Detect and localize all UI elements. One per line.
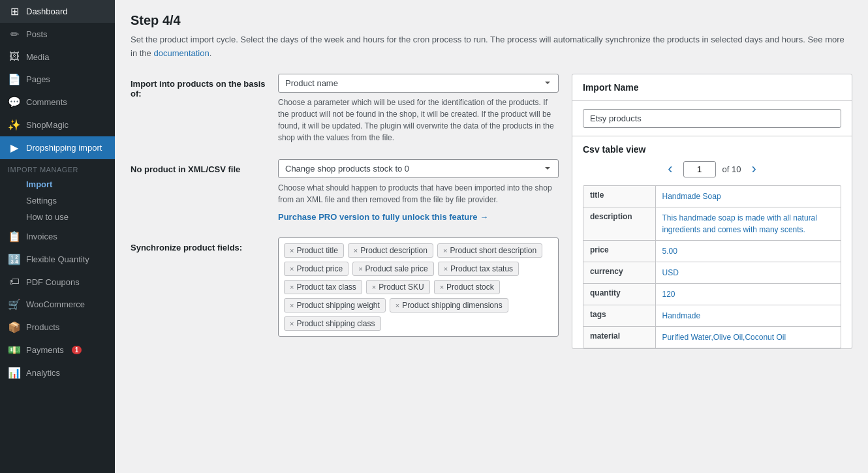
row-value: 5.00 (655, 240, 841, 262)
table-row: price5.00 (583, 240, 841, 262)
table-row: materialPurified Water,Olive Oil,Coconut… (583, 326, 841, 348)
table-row: quantity120 (583, 283, 841, 305)
tag-item: ×Product title (284, 243, 344, 258)
next-page-button[interactable]: › (747, 162, 760, 176)
import-name-section (572, 101, 852, 136)
purchase-link[interactable]: Purchase PRO version to fully unlock thi… (278, 212, 559, 222)
tag-remove[interactable]: × (440, 283, 444, 291)
table-row: descriptionThis handmade soap is made wi… (583, 207, 841, 240)
analytics-icon: 📊 (8, 367, 21, 379)
sidebar-item-dashboard[interactable]: ⊞ Dashboard (0, 0, 115, 23)
basis-label: Import into products on the basis of: (131, 74, 268, 99)
import-manager-label: Import Manager (0, 159, 115, 176)
sidebar-item-media[interactable]: 🖼 Media (0, 46, 115, 68)
invoices-icon: 📋 (8, 230, 21, 243)
csv-section-title: Csv table view (583, 144, 841, 155)
sidebar-item-shopmagic[interactable]: ✨ ShopMagic (0, 114, 115, 136)
row-key: title (583, 186, 655, 207)
sidebar-item-comments[interactable]: 💬 Comments (0, 91, 115, 114)
tag-item: ×Product short description (437, 243, 542, 258)
basis-hint: Choose a parameter which will be used fo… (278, 97, 559, 144)
tag-item: ×Product stock (434, 280, 500, 294)
tag-remove[interactable]: × (395, 301, 399, 309)
import-name-input[interactable] (583, 109, 841, 128)
sidebar-item-pdf-coupons[interactable]: 🏷 PDF Coupons (0, 271, 115, 293)
tag-remove[interactable]: × (290, 265, 294, 273)
tag-remove[interactable]: × (444, 265, 448, 273)
content-grid: Import into products on the basis of: Pr… (131, 74, 852, 352)
sidebar-item-settings[interactable]: Settings (18, 192, 115, 209)
tag-item: ×Product SKU (366, 280, 430, 294)
table-row: currencyUSD (583, 262, 841, 283)
csv-section: Csv table view ‹ of 10 › titleHandmade S… (572, 136, 852, 348)
page-of: of 10 (722, 164, 741, 174)
no-product-field-row: No product in XML/CSV file Change shop p… (131, 159, 559, 222)
tag-item: ×Product shipping class (284, 316, 381, 331)
posts-icon: ✏ (8, 28, 21, 40)
row-value: This handmade soap is made with all natu… (655, 207, 841, 240)
basis-select[interactable]: Product name Product SKU Product ID (278, 74, 559, 93)
sidebar-item-woocommerce[interactable]: 🛒 WooCommerce (0, 293, 115, 316)
table-row: tagsHandmade (583, 305, 841, 326)
tag-item: ×Product tax status (438, 262, 519, 276)
prev-page-button[interactable]: ‹ (664, 162, 676, 176)
csv-table: titleHandmade SoapdescriptionThis handma… (583, 186, 841, 348)
basis-field-content: Product name Product SKU Product ID Choo… (278, 74, 559, 144)
payments-badge: 1 (72, 346, 82, 354)
sidebar-item-products[interactable]: 📦 Products (0, 316, 115, 339)
no-product-hint: Choose what should happen to products th… (278, 182, 559, 206)
row-key: tags (583, 305, 655, 326)
sync-field-content: ×Product title×Product description×Produ… (278, 237, 559, 337)
tag-item: ×Product shipping dimensions (390, 298, 508, 313)
woocommerce-icon: 🛒 (8, 298, 21, 311)
pages-icon: 📄 (8, 73, 21, 85)
page-input[interactable] (683, 161, 716, 177)
tag-item: ×Product price (284, 262, 349, 276)
step-description: Set the product import cycle. Select the… (131, 33, 852, 61)
row-key: price (583, 240, 655, 262)
tag-remove[interactable]: × (290, 320, 294, 328)
no-product-field-content: Change shop products stock to 0 Delete p… (278, 159, 559, 222)
tag-remove[interactable]: × (443, 247, 447, 254)
table-row: titleHandmade Soap (583, 186, 841, 207)
sidebar-item-posts[interactable]: ✏ Posts (0, 23, 115, 46)
sidebar-item-analytics[interactable]: 📊 Analytics (0, 361, 115, 384)
tag-remove[interactable]: × (290, 301, 294, 309)
shopmagic-icon: ✨ (8, 119, 21, 131)
sidebar-item-how-to-use[interactable]: How to use (18, 209, 115, 225)
right-panel: Import Name Csv table view ‹ of 10 › tit… (572, 74, 852, 349)
sidebar-item-invoices[interactable]: 📋 Invoices (0, 225, 115, 248)
sidebar-item-dropshipping[interactable]: ▶ Dropshipping import (0, 136, 115, 159)
sidebar-item-pages[interactable]: 📄 Pages (0, 68, 115, 91)
row-value: Handmade Soap (655, 186, 841, 207)
import-name-header: Import Name (572, 74, 852, 101)
tag-remove[interactable]: × (290, 283, 294, 291)
tag-remove[interactable]: × (354, 247, 358, 254)
tag-box: ×Product title×Product description×Produ… (278, 237, 559, 337)
media-icon: 🖼 (8, 51, 21, 63)
sidebar-item-import[interactable]: Import (18, 176, 115, 192)
pdf-coupons-icon: 🏷 (8, 276, 21, 288)
dashboard-icon: ⊞ (8, 5, 21, 18)
products-icon: 📦 (8, 321, 21, 333)
tag-remove[interactable]: × (290, 247, 294, 254)
basis-field-row: Import into products on the basis of: Pr… (131, 74, 559, 144)
sidebar-item-payments[interactable]: 💵 Payments 1 (0, 339, 115, 361)
row-key: currency (583, 262, 655, 283)
row-key: quantity (583, 283, 655, 305)
sidebar-item-flexible-quantity[interactable]: 🔢 Flexible Quantity (0, 248, 115, 271)
pagination: ‹ of 10 › (583, 161, 841, 177)
sidebar: ⊞ Dashboard ✏ Posts 🖼 Media 📄 Pages 💬 Co… (0, 0, 115, 473)
tag-remove[interactable]: × (358, 265, 362, 273)
no-product-select[interactable]: Change shop products stock to 0 Delete p… (278, 159, 559, 178)
left-panel: Import into products on the basis of: Pr… (131, 74, 559, 352)
tag-remove[interactable]: × (372, 283, 376, 291)
step-title: Step 4/4 (131, 13, 852, 28)
sync-label: Synchronize product fields: (131, 237, 268, 252)
tag-item: ×Product tax class (284, 280, 362, 294)
row-value: 120 (655, 283, 841, 305)
dropshipping-icon: ▶ (8, 142, 21, 154)
csv-table-wrap: titleHandmade SoapdescriptionThis handma… (583, 185, 841, 348)
doc-link[interactable]: documentation (153, 48, 209, 58)
flexible-quantity-icon: 🔢 (8, 253, 21, 266)
